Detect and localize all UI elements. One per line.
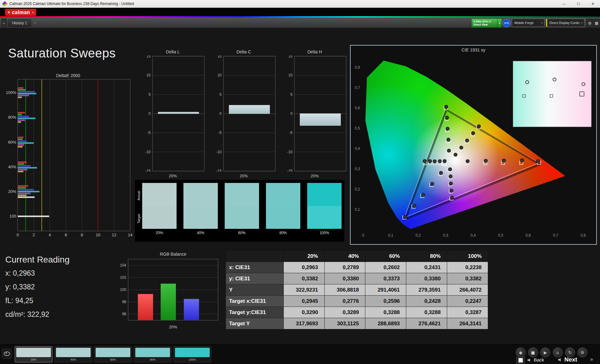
delta-c-chart-title: Delta C — [211, 49, 277, 54]
sweep-swatch-40% — [183, 183, 218, 229]
chevron-down-icon[interactable]: ▾ — [497, 19, 502, 27]
table-cell: 0,3373 — [365, 273, 406, 284]
svg-text:10: 10 — [147, 73, 151, 77]
read-button[interactable]: ◉ — [516, 347, 526, 357]
svg-text:-15: -15 — [287, 169, 293, 172]
svg-text:-5: -5 — [147, 130, 151, 135]
display-control-value: Direct Display Control — [547, 21, 580, 25]
svg-text:15: 15 — [288, 56, 293, 58]
maximize-button[interactable]: ☐ — [571, 0, 586, 7]
sweep-swatch-20% — [142, 183, 177, 229]
swatch-label: 80% — [266, 231, 300, 235]
table-cell: 0,3287 — [447, 307, 488, 318]
table-cell: 0,2963 — [283, 262, 324, 273]
svg-text:15: 15 — [147, 56, 151, 58]
svg-text:10: 10 — [96, 233, 100, 237]
speaker-icon[interactable] — [558, 358, 562, 362]
table-cell: 0,3380 — [406, 273, 447, 284]
meter-dropdown[interactable]: X-Rite i1Pro 3 Direct View ▾ — [471, 18, 502, 28]
svg-text:98: 98 — [122, 300, 127, 304]
deltae2000-plot: 100%80%60%40%20%10002468101214 — [2, 79, 134, 239]
svg-text:10: 10 — [218, 73, 222, 77]
pattern-button-60%[interactable]: 60% — [94, 346, 132, 362]
swatch-label: 60% — [225, 231, 259, 235]
display-control-dropdown[interactable]: Direct Display Control ▾ — [546, 19, 584, 27]
svg-text:8: 8 — [81, 233, 83, 237]
next-button[interactable]: Next — [564, 356, 577, 363]
pattern-color — [175, 348, 210, 357]
table-column-header: 80% — [406, 251, 447, 262]
svg-text:104: 104 — [120, 263, 126, 268]
svg-text:0,5: 0,5 — [355, 126, 360, 130]
play-button[interactable]: ▶ — [540, 347, 550, 357]
calman-app-window: Calman 2025 Calman Ultimate for Business… — [0, 0, 600, 364]
pattern-color — [16, 348, 51, 357]
svg-text:15: 15 — [218, 56, 222, 58]
pattern-bar: 20%40%60%80%100% ◉■▶⌂↻⚙ Back Next » — [0, 344, 600, 364]
pattern-label: 20% — [15, 358, 52, 361]
source-dropdown[interactable]: Mobile Forge ▾ — [512, 19, 544, 27]
pattern-label: 40% — [55, 358, 92, 361]
target-color — [225, 206, 259, 229]
current-reading-title: Current Reading — [5, 255, 69, 265]
rgb-balance-chart: RGB Balance 1041021009896 20% — [114, 252, 221, 333]
svg-text:96: 96 — [122, 312, 127, 316]
table-cell: 0,2428 — [406, 296, 447, 307]
svg-text:100: 100 — [9, 214, 16, 219]
pattern-button-20%[interactable]: 20% — [15, 346, 52, 362]
sweep-swatch-100% — [307, 183, 342, 229]
layout-button[interactable]: ▦ — [593, 19, 600, 27]
pattern-button-80%[interactable]: 80% — [134, 346, 172, 362]
svg-text:0,8: 0,8 — [581, 233, 586, 238]
delta-h-x-label: 20% — [282, 174, 348, 178]
table-cell: 0,2238 — [447, 262, 488, 273]
table-column-header: 20% — [283, 251, 324, 262]
svg-text:0,2: 0,2 — [355, 187, 360, 191]
table-cell: 322,9231 — [283, 284, 324, 296]
minimize-button[interactable]: — — [557, 0, 571, 7]
table-cell: 317,9693 — [283, 318, 324, 329]
actual-color — [183, 183, 218, 206]
speaker-icon[interactable] — [528, 358, 532, 362]
actual-color — [225, 183, 259, 206]
tab-menu-button[interactable]: ▾ — [32, 20, 38, 25]
panel-expand-button[interactable]: ▸ — [1, 19, 7, 27]
more-button[interactable]: » — [590, 356, 593, 362]
table-cell: 0,2602 — [365, 262, 406, 273]
cie-1931-panel: CIE 1931 xy 00,10,20,30,40,50,60,70,80,1… — [350, 45, 597, 245]
svg-text:20%: 20% — [8, 189, 16, 194]
preview-toggle-button[interactable] — [2, 349, 12, 359]
delta-c-chart: Delta C 151050-5-10-15 20% — [211, 49, 277, 184]
svg-text:-15: -15 — [216, 169, 222, 172]
svg-text:100: 100 — [120, 288, 126, 292]
table-row: x: CIE310,29630,27890,26020,24310,2238 — [226, 262, 488, 273]
table-cell: 0,3382 — [447, 273, 488, 284]
tab-history-1[interactable]: History 1 — [8, 19, 31, 27]
back-button[interactable]: Back — [534, 357, 544, 362]
pattern-button-100%[interactable]: 100% — [173, 346, 211, 362]
home-button[interactable]: ⌂ — [553, 347, 563, 357]
table-cell: 0,3290 — [283, 307, 324, 318]
settings-gear-button[interactable]: ⚙ — [586, 19, 593, 27]
svg-text:0,4: 0,4 — [355, 146, 360, 151]
svg-text:-10: -10 — [145, 150, 151, 154]
table-column-header: 100% — [447, 251, 488, 262]
table-row: y: CIE310,33820,33800,33730,33800,3382 — [226, 273, 488, 284]
current-reading-value: fL: 94,25 — [5, 297, 69, 305]
svg-text:4: 4 — [49, 233, 51, 237]
pattern-button-40%[interactable]: 40% — [54, 346, 92, 362]
table-cell: 0,3288 — [365, 307, 406, 318]
table-row: Target x:CIE310,29450,27760,25960,24280,… — [226, 296, 488, 307]
table-row-label: Y — [226, 284, 284, 296]
calman-logo[interactable]: ✳ calman ▾ — [5, 9, 36, 16]
settings-button[interactable]: ⚙ — [578, 347, 588, 357]
pattern-window-button[interactable] — [516, 357, 525, 364]
close-button[interactable]: ✕ — [586, 0, 600, 7]
svg-text:60%: 60% — [8, 140, 16, 145]
target-label: Target — [137, 209, 141, 229]
source-dropdown-value: Mobile Forge — [512, 21, 540, 25]
svg-text:0,5: 0,5 — [498, 233, 503, 238]
stop-button[interactable]: ■ — [528, 347, 538, 357]
logo-menu-caret-icon[interactable]: ▾ — [32, 11, 34, 14]
table-row: Target Y317,9693303,1125288,6893276,4621… — [226, 318, 488, 329]
